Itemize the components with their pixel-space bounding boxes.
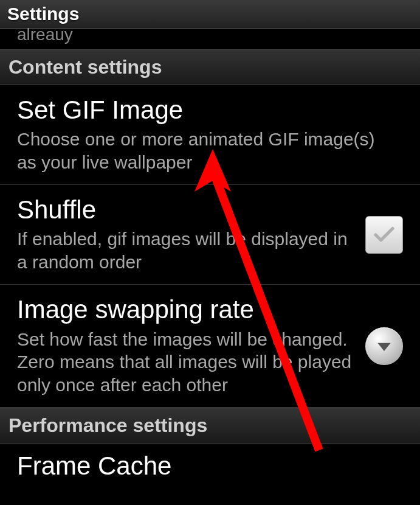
setting-title: Shuffle (17, 196, 353, 224)
setting-frame-cache[interactable]: Frame Cache (0, 444, 420, 480)
checkmark-icon (371, 222, 397, 248)
setting-text-block: Shuffle If enabled, gif images will be d… (17, 196, 365, 273)
setting-image-swapping-rate[interactable]: Image swapping rate Set how fast the ima… (0, 285, 420, 408)
shuffle-checkbox[interactable] (365, 216, 403, 254)
section-header-content: Content settings (0, 49, 420, 85)
setting-title: Frame Cache (17, 451, 171, 480)
section-header-label: Content settings (9, 56, 162, 78)
setting-description: Choose one or more animated GIF image(s)… (17, 128, 391, 173)
dropdown-indicator[interactable] (365, 327, 403, 365)
title-bar: Settings (0, 0, 420, 29)
chevron-down-icon (374, 336, 394, 356)
setting-title: Image swapping rate (17, 296, 353, 324)
section-header-performance: Performance settings (0, 408, 420, 444)
setting-description: Set how fast the images will be changed.… (17, 328, 353, 397)
setting-title: Set GIF Image (17, 96, 391, 124)
partial-cutoff-text: alreauy (0, 25, 420, 49)
setting-set-gif-image[interactable]: Set GIF Image Choose one or more animate… (0, 85, 420, 185)
setting-text-block: Set GIF Image Choose one or more animate… (17, 96, 403, 173)
page-title: Settings (7, 4, 413, 24)
setting-text-block: Image swapping rate Set how fast the ima… (17, 296, 365, 396)
setting-shuffle[interactable]: Shuffle If enabled, gif images will be d… (0, 185, 420, 285)
section-header-label: Performance settings (9, 414, 207, 436)
setting-description: If enabled, gif images will be displayed… (17, 228, 353, 273)
